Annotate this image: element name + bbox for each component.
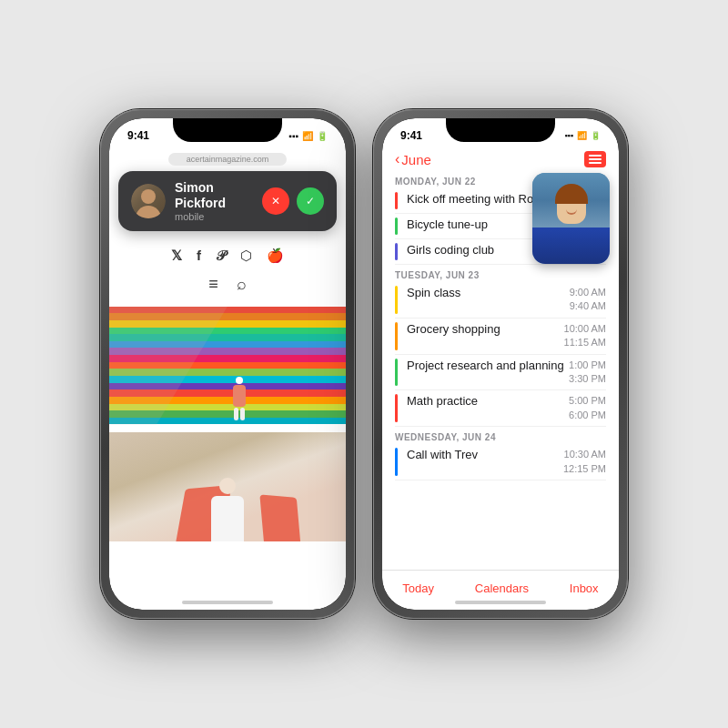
event-bar-project bbox=[395, 359, 398, 387]
left-screen: 9:41 ▪▪▪ 📶 🔋 acertainmagazine.com bbox=[109, 118, 346, 610]
nav-icons-row: ≡ ⌕ bbox=[127, 275, 328, 294]
wednesday-section: WEDNESDAY, JUN 24 Call with Trev 10:30 A… bbox=[382, 429, 619, 482]
event-name-spin: Spin class bbox=[407, 286, 570, 299]
tab-inbox[interactable]: Inbox bbox=[570, 581, 599, 595]
caller-type: mobile bbox=[175, 211, 253, 222]
caller-name: Simon Pickford bbox=[175, 180, 253, 211]
event-bar-grocery bbox=[395, 322, 398, 350]
event-content-math: Math practice 5:00 PM 6:00 PM bbox=[407, 394, 606, 422]
right-screen: 9:41 ▪▪▪ 📶 🔋 ‹ June bbox=[382, 118, 619, 610]
calendar-header: ‹ June bbox=[382, 147, 619, 173]
menu-line-2 bbox=[589, 158, 602, 160]
event-time-project: 1:00 PM 3:30 PM bbox=[569, 359, 606, 387]
left-notch bbox=[173, 118, 282, 142]
month-back-button[interactable]: ‹ June bbox=[395, 151, 431, 167]
caller-avatar-image bbox=[131, 184, 166, 218]
menu-icon[interactable]: ≡ bbox=[208, 275, 218, 294]
instagram-icon[interactable]: ⬡ bbox=[240, 248, 252, 264]
call-actions: ✕ ✓ bbox=[262, 187, 324, 215]
calendar-menu-button[interactable] bbox=[584, 151, 606, 167]
event-bar-bicycle bbox=[395, 217, 398, 235]
tuesday-label: TUESDAY, JUN 23 bbox=[395, 270, 606, 280]
event-grocery[interactable]: Grocery shopping 10:00 AM 11:15 AM bbox=[395, 318, 606, 355]
left-phone: 9:41 ▪▪▪ 📶 🔋 acertainmagazine.com bbox=[100, 109, 355, 619]
facetime-thumbnail[interactable] bbox=[532, 173, 610, 264]
person-photo bbox=[109, 432, 346, 541]
event-content-spin: Spin class 9:00 AM 9:40 AM bbox=[407, 286, 606, 314]
wifi-icon: 📶 bbox=[302, 131, 313, 141]
event-project[interactable]: Project research and planning 1:00 PM 3:… bbox=[395, 355, 606, 391]
right-home-indicator bbox=[455, 601, 546, 604]
colorful-wall-photo bbox=[109, 307, 346, 425]
event-name-call: Call with Trev bbox=[407, 448, 563, 461]
caller-avatar bbox=[131, 184, 166, 218]
right-status-icons: ▪▪▪ 📶 🔋 bbox=[564, 131, 601, 140]
right-status-time: 9:41 bbox=[400, 129, 422, 142]
left-status-icons: ▪▪▪ 📶 🔋 bbox=[288, 131, 328, 141]
tab-calendars[interactable]: Calendars bbox=[475, 581, 529, 595]
event-name-grocery: Grocery shopping bbox=[407, 322, 564, 336]
accept-button[interactable]: ✓ bbox=[297, 187, 324, 215]
twitter-icon[interactable]: 𝕏 bbox=[171, 248, 182, 264]
event-name-project: Project research and planning bbox=[407, 359, 569, 372]
left-home-indicator bbox=[182, 601, 273, 604]
person-silhouette bbox=[211, 478, 244, 541]
wall-person bbox=[233, 377, 246, 420]
event-bar-call bbox=[395, 448, 398, 476]
caller-info: Simon Pickford mobile bbox=[175, 180, 253, 222]
event-content-call: Call with Trev 10:30 AM 12:15 PM bbox=[407, 448, 606, 476]
event-time-call: 10:30 AM 12:15 PM bbox=[563, 448, 606, 476]
event-time-grocery: 10:00 AM 11:15 AM bbox=[564, 322, 606, 350]
event-time-math: 5:00 PM 6:00 PM bbox=[569, 394, 606, 422]
event-call[interactable]: Call with Trev 10:30 AM 12:15 PM bbox=[395, 444, 606, 480]
signal-icon: ▪▪▪ bbox=[564, 131, 573, 140]
url-bar[interactable]: acertainmagazine.com bbox=[168, 153, 288, 166]
tab-today[interactable]: Today bbox=[402, 581, 434, 595]
event-bar-math bbox=[395, 394, 398, 422]
social-icons-row: 𝕏 f 𝒫 ⬡ 🍎 bbox=[127, 248, 328, 264]
event-content-grocery: Grocery shopping 10:00 AM 11:15 AM bbox=[407, 322, 606, 350]
menu-line-1 bbox=[589, 155, 602, 157]
right-phone: 9:41 ▪▪▪ 📶 🔋 ‹ June bbox=[373, 109, 628, 619]
event-bar-coding bbox=[395, 243, 398, 260]
search-icon[interactable]: ⌕ bbox=[237, 275, 247, 294]
battery-icon: 🔋 bbox=[317, 131, 328, 141]
event-bar-spin bbox=[395, 286, 398, 314]
left-status-time: 9:41 bbox=[127, 129, 149, 142]
event-time-spin: 9:00 AM 9:40 AM bbox=[570, 286, 606, 314]
decline-icon: ✕ bbox=[271, 195, 280, 207]
decline-button[interactable]: ✕ bbox=[262, 187, 289, 215]
accept-icon: ✓ bbox=[306, 195, 315, 207]
facetime-person-image bbox=[532, 173, 610, 264]
event-bar-kickoff bbox=[395, 192, 398, 209]
wednesday-label: WEDNESDAY, JUN 24 bbox=[395, 432, 606, 442]
battery-icon: 🔋 bbox=[591, 131, 601, 140]
right-notch bbox=[446, 118, 555, 142]
facebook-icon[interactable]: f bbox=[197, 248, 201, 264]
pinterest-icon[interactable]: 𝒫 bbox=[216, 248, 226, 264]
month-label: June bbox=[401, 152, 431, 167]
event-spin[interactable]: Spin class 9:00 AM 9:40 AM bbox=[395, 282, 606, 318]
phones-container: 9:41 ▪▪▪ 📶 🔋 acertainmagazine.com bbox=[100, 109, 628, 619]
event-content-project: Project research and planning 1:00 PM 3:… bbox=[407, 359, 606, 387]
apple-icon[interactable]: 🍎 bbox=[267, 248, 284, 264]
tuesday-section: TUESDAY, JUN 23 Spin class 9:00 AM 9:40 … bbox=[382, 267, 619, 429]
geo-shape-2 bbox=[259, 494, 300, 541]
signal-icon: ▪▪▪ bbox=[288, 131, 298, 141]
back-chevron-icon: ‹ bbox=[395, 151, 399, 167]
wifi-icon: 📶 bbox=[577, 131, 587, 140]
menu-line-3 bbox=[589, 162, 602, 164]
wall-image bbox=[109, 307, 346, 425]
event-name-math: Math practice bbox=[407, 394, 569, 408]
call-banner: Simon Pickford mobile ✕ ✓ bbox=[118, 171, 337, 231]
event-math[interactable]: Math practice 5:00 PM 6:00 PM bbox=[395, 390, 606, 427]
